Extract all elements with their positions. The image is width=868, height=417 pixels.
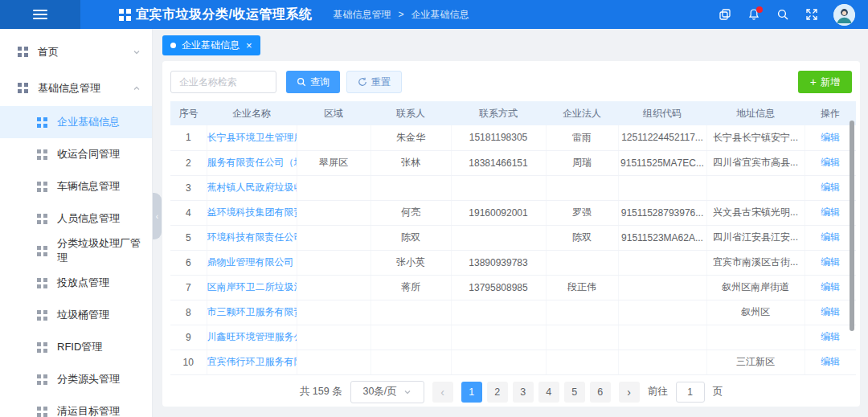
sidebar-item-sorting-plant[interactable]: 分类垃圾处理厂管理: [0, 235, 152, 267]
company-name-link[interactable]: 鼎物业管理有限公司（南: [207, 256, 297, 268]
hamburger-menu-button[interactable]: [0, 0, 80, 29]
menu-grid-icon: [37, 149, 47, 160]
content-panel: 查询 重置 + 新增 序号企业名: [162, 61, 860, 407]
column-header: 企业名称: [207, 101, 297, 125]
page-size-select[interactable]: 30条/页: [350, 381, 424, 403]
sidebar-item-clearance-target[interactable]: 清运目标管理: [0, 395, 152, 417]
sidebar-item-enterprise-base-info[interactable]: 企业基础信息: [0, 106, 152, 138]
reset-button[interactable]: 重置: [346, 71, 402, 93]
windows-icon[interactable]: [718, 8, 731, 22]
address-cell: 四川省宜宾市高县...: [713, 157, 798, 168]
org-code-cell: 91511525MA7EC...: [620, 157, 704, 169]
sidebar-item-home[interactable]: 首页: [0, 34, 152, 70]
tab-active-dot-icon: [170, 43, 176, 48]
tab-close-icon[interactable]: ×: [246, 40, 252, 51]
company-name-link[interactable]: 市三颗环卫服务有限责任: [207, 306, 297, 317]
search-icon[interactable]: [776, 8, 789, 22]
row-number: 5: [186, 232, 191, 243]
page-button-6[interactable]: 6: [590, 382, 611, 403]
edit-link[interactable]: 编辑: [821, 231, 840, 243]
company-name-link[interactable]: 川鑫旺环境管理服务公司: [207, 331, 297, 342]
company-name-link[interactable]: 益环境科技集团有限责任: [207, 206, 297, 218]
edit-link[interactable]: 编辑: [821, 256, 840, 268]
column-header: 企业法人: [546, 101, 618, 125]
company-name-link[interactable]: 宜宾伟行环卫服务有限公司: [207, 356, 297, 367]
user-avatar[interactable]: [833, 4, 855, 26]
tab-enterprise-base-info[interactable]: 企业基础信息 ×: [162, 35, 260, 55]
row-number: 6: [186, 257, 191, 268]
notification-bell-icon[interactable]: [747, 8, 760, 22]
table-scrollbar[interactable]: [850, 121, 854, 331]
add-button-label: 新增: [821, 76, 840, 89]
sidebar-item-drop-point[interactable]: 投放点管理: [0, 267, 152, 299]
notification-badge-dot: [756, 6, 763, 13]
sidebar-item-base-info[interactable]: 基础信息管理: [0, 70, 152, 106]
table-row: 7区南岸环卫二所垃圾清运蒋所13795808985段正伟叙州区南岸街道编辑: [170, 275, 856, 300]
add-button[interactable]: + 新增: [798, 71, 852, 93]
menu-grid-icon: [18, 83, 28, 93]
company-name-link[interactable]: 服务有限责任公司（城乡: [207, 157, 297, 168]
sidebar-collapse-handle[interactable]: ‹: [153, 193, 162, 239]
prev-page-button[interactable]: ‹: [432, 382, 453, 403]
column-header: 联系方式: [451, 101, 546, 125]
address-cell: 叙州区南岸街道: [722, 281, 789, 292]
column-header: 组织代码: [618, 101, 706, 125]
company-name-search-input[interactable]: [170, 71, 276, 93]
edit-link[interactable]: 编辑: [821, 157, 840, 168]
menu-grid-icon: [37, 310, 47, 321]
page-button-2[interactable]: 2: [487, 382, 508, 403]
company-name-link[interactable]: 区南岸环卫二所垃圾清运: [207, 281, 297, 292]
edit-link[interactable]: 编辑: [821, 331, 840, 342]
top-header: 宜宾市垃圾分类/收运管理系统 基础信息管理 > 企业基础信息: [0, 0, 868, 29]
sidebar-item-collection-contract[interactable]: 收运合同管理: [0, 138, 152, 170]
menu-grid-icon: [37, 374, 47, 385]
breadcrumb: 基础信息管理 > 企业基础信息: [333, 8, 469, 22]
app-body: 首页基础信息管理企业基础信息收运合同管理车辆信息管理人员信息管理分类垃圾处理厂管…: [0, 29, 868, 417]
company-name-link[interactable]: 蕉村镇人民政府垃圾收运: [207, 182, 297, 193]
menu-grid-icon: [37, 117, 47, 128]
fullscreen-icon[interactable]: [805, 8, 818, 22]
column-header: 区域: [297, 101, 371, 125]
company-name-link[interactable]: 环境科技有限责任公司江: [207, 231, 297, 243]
goto-label: 前往: [648, 385, 668, 399]
next-page-button[interactable]: ›: [619, 382, 640, 403]
sidebar-item-label: 企业基础信息: [57, 115, 120, 129]
sidebar-item-trash-bin[interactable]: 垃圾桶管理: [0, 299, 152, 331]
row-number: 9: [186, 332, 191, 343]
row-number: 7: [186, 282, 191, 293]
edit-link[interactable]: 编辑: [821, 206, 840, 218]
column-header: 操作: [805, 101, 856, 125]
sidebar-item-rfid[interactable]: RFID管理: [0, 331, 152, 363]
table-row: 4益环境科技集团有限责任何亮19160092001罗强9151152879397…: [170, 200, 856, 225]
plus-icon: +: [810, 76, 817, 88]
sidebar-item-label: RFID管理: [57, 340, 102, 354]
edit-link[interactable]: 编辑: [821, 281, 840, 292]
query-button[interactable]: 查询: [286, 71, 340, 93]
page-button-1[interactable]: 1: [461, 382, 482, 403]
sidebar-item-sorting-source[interactable]: 分类源头管理: [0, 363, 152, 395]
enterprise-table: 序号企业名称区域联系人联系方式企业法人组织代码地址信息操作 1长宁县环境卫生管理…: [170, 101, 856, 375]
app-brand: 宜宾市垃圾分类/收运管理系统: [119, 6, 312, 23]
sidebar-item-personnel-info[interactable]: 人员信息管理: [0, 202, 152, 235]
row-number: 4: [186, 207, 191, 219]
sidebar-item-label: 车辆信息管理: [57, 179, 120, 194]
edit-link[interactable]: 编辑: [821, 182, 840, 193]
edit-link[interactable]: 编辑: [821, 132, 840, 143]
company-name-link[interactable]: 长宁县环境卫生管理所: [207, 132, 297, 143]
edit-link[interactable]: 编辑: [821, 306, 840, 317]
org-code-cell: 12511224452117...: [621, 132, 703, 143]
edit-link[interactable]: 编辑: [821, 356, 840, 367]
menu-grid-icon: [37, 342, 47, 353]
goto-page-input[interactable]: [676, 382, 705, 403]
page-button-5[interactable]: 5: [564, 382, 585, 403]
legal-person-cell: 雷雨: [572, 132, 592, 143]
page-button-3[interactable]: 3: [513, 382, 534, 403]
breadcrumb-section[interactable]: 基础信息管理: [333, 8, 391, 22]
row-number: 10: [183, 357, 194, 368]
menu-grid-icon: [37, 246, 47, 256]
page-button-4[interactable]: 4: [538, 382, 559, 403]
table-row: 5环境科技有限责任公司江陈双陈双91511523MA62A...四川省江安县江安…: [170, 225, 856, 250]
table-row: 2服务有限责任公司（城乡翠屏区张林18381466151周瑞91511525MA…: [170, 150, 856, 175]
sidebar-item-vehicle-info[interactable]: 车辆信息管理: [0, 170, 152, 202]
pagination-total: 共 159 条: [300, 385, 342, 399]
